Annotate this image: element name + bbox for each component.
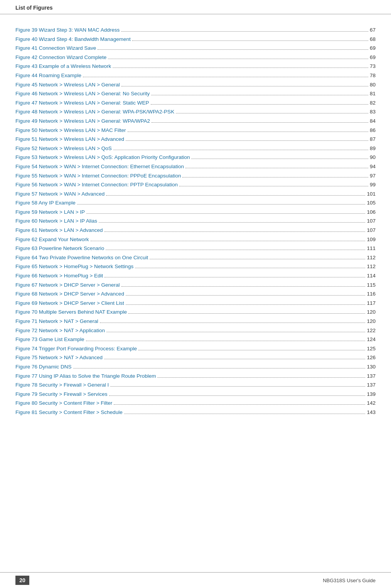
figure-label: Figure 78 Security > Firewall > General …: [15, 381, 109, 389]
figure-label: Figure 66 Network > HomePlug > Edit: [15, 272, 103, 280]
figure-label: Figure 55 Network > WAN > Internet Conne…: [15, 172, 181, 180]
figure-page-number: 142: [367, 399, 376, 407]
list-item: Figure 55 Network > WAN > Internet Conne…: [15, 172, 376, 180]
figure-page-number: 139: [367, 390, 376, 399]
figure-dots: [182, 172, 368, 177]
list-item: Figure 64 Two Private Powerline Networks…: [15, 253, 376, 262]
list-item: Figure 75 Network > NAT > Advanced126: [15, 353, 376, 362]
figure-dots: [157, 372, 365, 378]
figure-dots: [121, 281, 366, 287]
figure-label: Figure 69 Network > DHCP Server > Client…: [15, 299, 124, 308]
figure-dots: [110, 381, 365, 387]
figure-page-number: 120: [367, 308, 376, 316]
figure-label: Figure 53 Network > Wireless LAN > QoS: …: [15, 153, 190, 162]
figure-dots: [77, 199, 366, 204]
figure-dots: [114, 399, 365, 405]
figure-label: Figure 54 Network > WAN > Internet Conne…: [15, 162, 184, 171]
figure-dots: [104, 226, 366, 232]
figure-dots: [91, 236, 366, 241]
figure-label: Figure 52 Network > Wireless LAN > QoS: [15, 144, 112, 153]
list-item: Figure 43 Example of a Wireless Network7…: [15, 62, 376, 71]
figure-label: Figure 56 Network > WAN > Internet Conne…: [15, 181, 178, 189]
figure-dots: [179, 181, 368, 186]
figure-label: Figure 42 Connection Wizard Complete: [15, 53, 106, 62]
figure-label: Figure 67 Network > DHCP Server > Genera…: [15, 281, 120, 289]
figure-label: Figure 80 Security > Content Filter > Fi…: [15, 399, 112, 407]
figure-dots: [113, 63, 368, 68]
list-item: Figure 42 Connection Wizard Complete69: [15, 53, 376, 62]
list-item: Figure 49 Network > Wireless LAN > Gener…: [15, 117, 376, 125]
list-item: Figure 60 Network > LAN > IP Alias107: [15, 217, 376, 225]
figure-dots: [124, 409, 366, 414]
figure-dots: [128, 308, 365, 314]
figure-page-number: 89: [370, 144, 376, 153]
list-item: Figure 41 Connection Wizard Save69: [15, 44, 376, 52]
list-item: Figure 69 Network > DHCP Server > Client…: [15, 299, 376, 308]
figure-label: Figure 49 Network > Wireless LAN > Gener…: [15, 117, 150, 125]
content-area: Figure 39 Wizard Step 3: WAN MAC Address…: [0, 14, 391, 441]
figure-label: Figure 70 Multiple Servers Behind NAT Ex…: [15, 308, 127, 316]
figure-page-number: 122: [367, 326, 376, 335]
page-header: List of Figures: [0, 0, 391, 14]
list-item: Figure 39 Wizard Step 3: WAN MAC Address…: [15, 26, 376, 34]
list-item: Figure 45 Network > Wireless LAN > Gener…: [15, 81, 376, 89]
figure-page-number: 78: [370, 71, 376, 80]
figure-label: Figure 81 Security > Content Filter > Sc…: [15, 408, 123, 417]
figure-page-number: 90: [370, 153, 376, 162]
figure-dots: [150, 254, 365, 259]
page-number: 20: [15, 576, 29, 585]
page-footer: 20 NBG318S User's Guide: [0, 572, 391, 588]
figure-dots: [86, 336, 366, 341]
figure-label: Figure 63 Powerline Network Scenario: [15, 244, 104, 253]
figure-label: Figure 64 Two Private Powerline Networks…: [15, 253, 148, 262]
figure-page-number: 69: [370, 53, 376, 62]
figure-label: Figure 68 Network > DHCP Server > Advanc…: [15, 290, 124, 298]
figure-label: Figure 41 Connection Wizard Save: [15, 44, 96, 52]
figure-label: Figure 73 Game List Example: [15, 335, 84, 344]
figure-dots: [135, 263, 365, 268]
figure-dots: [128, 127, 368, 132]
figure-page-number: 106: [367, 208, 376, 216]
figure-label: Figure 60 Network > LAN > IP Alias: [15, 217, 97, 225]
list-item: Figure 67 Network > DHCP Server > Genera…: [15, 281, 376, 289]
figure-dots: [126, 290, 366, 296]
figure-dots: [151, 99, 368, 105]
figure-page-number: 107: [367, 217, 376, 225]
figure-page-number: 86: [370, 126, 376, 135]
figure-page-number: 126: [367, 353, 376, 362]
figure-page-number: 116: [367, 290, 376, 298]
list-item: Figure 59 Network > LAN > IP106: [15, 208, 376, 216]
figure-dots: [132, 35, 368, 41]
figure-dots: [191, 154, 368, 159]
figure-page-number: 84: [370, 117, 376, 125]
figure-list: Figure 39 Wizard Step 3: WAN MAC Address…: [15, 26, 376, 417]
list-item: Figure 62 Expand Your Network109: [15, 235, 376, 244]
figure-dots: [176, 108, 368, 113]
figure-dots: [106, 327, 365, 332]
figure-page-number: 120: [367, 317, 376, 326]
list-item: Figure 61 Network > LAN > Advanced107: [15, 226, 376, 235]
figure-label: Figure 40 Wizard Step 4: Bandwidth Manag…: [15, 35, 131, 44]
figure-dots: [104, 272, 365, 277]
figure-label: Figure 72 Network > NAT > Application: [15, 326, 105, 335]
figure-dots: [152, 117, 368, 123]
figure-page-number: 143: [367, 408, 376, 417]
figure-label: Figure 45 Network > Wireless LAN > Gener…: [15, 81, 120, 89]
figure-dots: [109, 390, 366, 396]
list-item: Figure 46 Network > Wireless LAN > Gener…: [15, 90, 376, 98]
list-item: Figure 40 Wizard Step 4: Bandwidth Manag…: [15, 35, 376, 44]
figure-page-number: 137: [367, 372, 376, 380]
figure-dots: [106, 245, 365, 250]
list-item: Figure 54 Network > WAN > Internet Conne…: [15, 162, 376, 171]
figure-page-number: 137: [367, 381, 376, 389]
header-title: List of Figures: [15, 5, 52, 11]
list-item: Figure 56 Network > WAN > Internet Conne…: [15, 181, 376, 189]
figure-label: Figure 75 Network > NAT > Advanced: [15, 353, 103, 362]
figure-dots: [104, 354, 365, 359]
figure-label: Figure 47 Network > Wireless LAN > Gener…: [15, 99, 149, 107]
figure-dots: [98, 44, 368, 50]
figure-label: Figure 46 Network > Wireless LAN > Gener…: [15, 90, 150, 98]
figure-label: Figure 61 Network > LAN > Advanced: [15, 226, 103, 235]
guide-name: NBG318S User's Guide: [323, 578, 376, 583]
list-item: Figure 52 Network > Wireless LAN > QoS89: [15, 144, 376, 153]
